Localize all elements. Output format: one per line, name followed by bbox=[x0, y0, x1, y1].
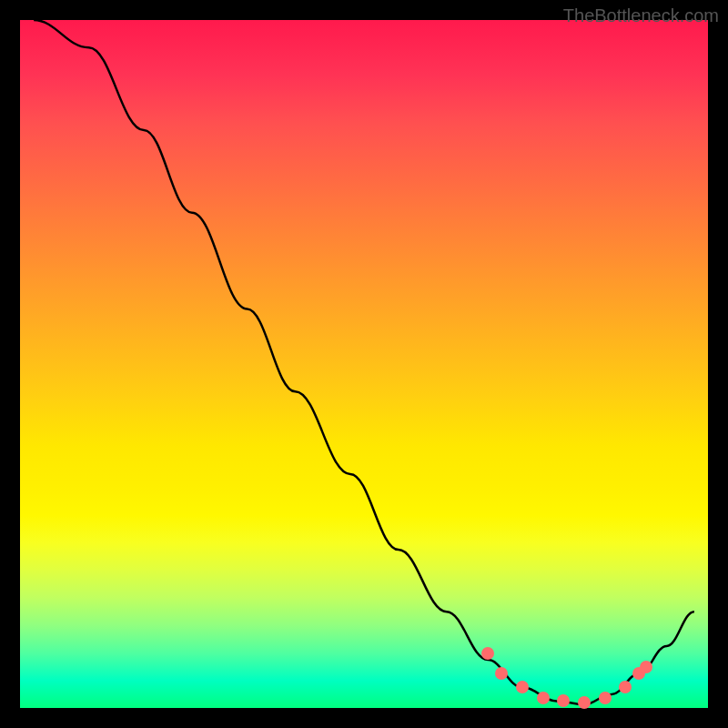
watermark-text: TheBottleneck.com bbox=[563, 5, 719, 26]
chart-gradient-background bbox=[20, 20, 708, 708]
